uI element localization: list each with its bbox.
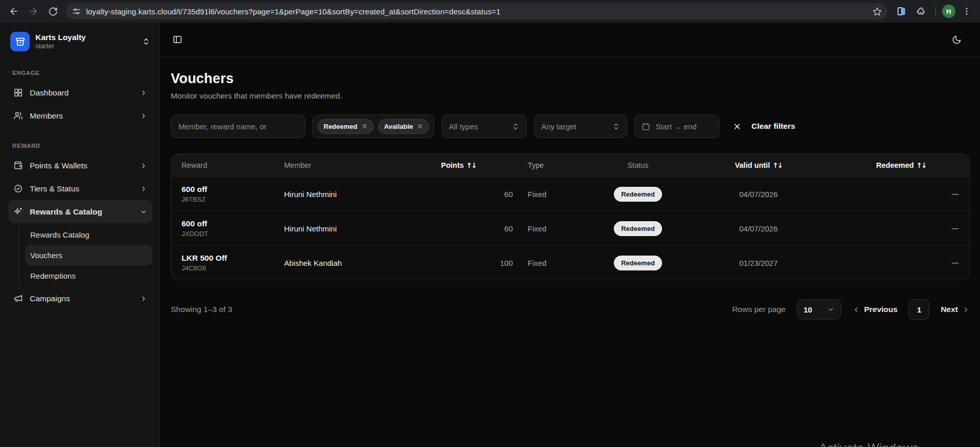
chip-label: Redeemed <box>324 123 357 130</box>
menu-kebab-icon[interactable] <box>958 3 975 20</box>
dark-mode-moon-icon[interactable] <box>952 35 962 45</box>
section-label-engage: ENGAGE <box>12 70 148 76</box>
sidebar-subitem-label: Rewards Catalog <box>30 230 89 239</box>
previous-page-button[interactable]: Previous <box>852 305 897 314</box>
sidebar-item-campaigns[interactable]: Campaigns <box>8 287 152 310</box>
reward-name: LKR 500 Off <box>182 254 276 263</box>
sidebar-item-label: Points & Wallets <box>30 161 87 170</box>
section-label-reward: REWARD <box>12 143 148 149</box>
workspace-switcher[interactable]: Karts Loyalty starter <box>8 29 152 54</box>
header-points[interactable]: Points↑↓ <box>397 161 520 169</box>
voucher-code: J6TBSZ <box>182 196 276 203</box>
valid-until-date: 04/07/2026 <box>684 224 833 233</box>
sidebar-item-members[interactable]: Members <box>8 104 152 127</box>
workspace-plan: starter <box>35 43 86 50</box>
sidebar-subitem-vouchers[interactable]: Vouchers <box>25 245 152 265</box>
chevrons-up-down-icon <box>142 37 150 46</box>
current-page-number[interactable]: 1 <box>909 299 929 320</box>
back-arrow-icon <box>9 6 19 16</box>
rows-per-page-label: Rows per page <box>732 305 786 314</box>
header-redeemed[interactable]: Redeemed↑↓ <box>833 161 969 169</box>
header-type: Type <box>520 161 592 169</box>
type-select[interactable]: All types <box>442 114 527 138</box>
side-panel-icon[interactable] <box>893 3 910 20</box>
clear-filters-label: Clear filters <box>751 122 795 131</box>
reward-type: Fixed <box>520 190 592 199</box>
header-valid-until[interactable]: Valid until↑↓ <box>684 161 833 169</box>
extensions-icon[interactable] <box>913 3 929 20</box>
rows-per-page-select[interactable]: 10 <box>797 299 841 320</box>
target-select-value: Any target <box>541 122 576 131</box>
chip-remove-icon[interactable] <box>417 123 423 129</box>
chevron-right-icon <box>140 295 147 302</box>
points-value: 60 <box>397 190 520 199</box>
member-name: Hiruni Nethmini <box>280 190 397 199</box>
sparkles-icon <box>13 207 23 217</box>
points-value: 60 <box>397 224 520 233</box>
next-page-button[interactable]: Next <box>941 305 970 314</box>
reload-icon <box>48 7 58 16</box>
status-multiselect[interactable]: Redeemed Available <box>312 114 434 138</box>
page-title: Vouchers <box>171 71 970 87</box>
sidebar-item-label: Campaigns <box>30 294 70 303</box>
table-header-row: Reward Member Points↑↓ Type Status Valid… <box>171 154 969 177</box>
header-reward: Reward <box>171 161 280 169</box>
reload-button[interactable] <box>44 3 62 20</box>
filters-bar: Redeemed Available All types Any tar <box>171 114 970 138</box>
chevron-down-icon <box>140 208 147 216</box>
redeemed-date: — <box>833 258 969 267</box>
voucher-code: JXDODT <box>182 230 276 238</box>
member-name: Hiruni Nethmini <box>280 224 397 233</box>
sidebar-item-rewards-catalog-group[interactable]: Rewards & Catalog <box>8 200 152 223</box>
points-value: 100 <box>397 259 520 267</box>
sidebar: Karts Loyalty starter ENGAGE Dashboard M… <box>0 23 160 447</box>
bookmark-star-icon[interactable] <box>870 4 884 18</box>
sidebar-toggle-icon[interactable] <box>172 34 183 45</box>
badge-check-icon <box>13 184 23 193</box>
previous-label: Previous <box>864 305 897 314</box>
page-subtitle: Monitor vouchers that members have redee… <box>171 91 970 101</box>
sidebar-item-points-wallets[interactable]: Points & Wallets <box>8 154 152 177</box>
url-text[interactable]: loyalty-staging.karts.cloud/t/735d91l6/v… <box>86 7 870 16</box>
rows-per-page-value: 10 <box>804 305 812 314</box>
vouchers-table: Reward Member Points↑↓ Type Status Valid… <box>171 153 970 280</box>
rewards-catalog-submenu: Rewards Catalog Vouchers Redemptions <box>19 224 152 286</box>
target-select[interactable]: Any target <box>534 114 627 138</box>
sidebar-subitem-rewards-catalog[interactable]: Rewards Catalog <box>25 224 152 245</box>
table-footer: Showing 1–3 of 3 Rows per page 10 Previo… <box>171 299 970 320</box>
dashboard-grid-icon <box>13 88 23 98</box>
workspace-logo-icon <box>10 32 30 51</box>
forward-button[interactable] <box>25 3 42 20</box>
back-button[interactable] <box>5 3 23 20</box>
chip-label: Available <box>384 123 413 130</box>
profile-avatar[interactable]: H <box>942 5 955 18</box>
search-input[interactable] <box>171 114 305 138</box>
reward-name: 600 off <box>182 185 276 194</box>
close-icon <box>733 122 742 131</box>
chip-remove-icon[interactable] <box>362 123 368 129</box>
table-row[interactable]: LKR 500 Off J4C8O8 Abishek Kandiah 100 F… <box>171 245 969 280</box>
reward-type: Fixed <box>520 224 592 233</box>
table-row[interactable]: 600 off J6TBSZ Hiruni Nethmini 60 Fixed … <box>171 177 969 211</box>
redeemed-date: — <box>833 224 969 233</box>
sidebar-item-label: Dashboard <box>30 88 69 98</box>
site-settings-icon[interactable] <box>72 7 81 16</box>
sidebar-item-dashboard[interactable]: Dashboard <box>8 81 152 104</box>
table-row[interactable]: 600 off JXDODT Hiruni Nethmini 60 Fixed … <box>171 211 969 245</box>
status-chip-available[interactable]: Available <box>378 119 430 134</box>
megaphone-icon <box>13 294 23 303</box>
url-bar[interactable]: loyalty-staging.karts.cloud/t/735d91l6/v… <box>66 3 887 20</box>
sidebar-item-label: Rewards & Catalog <box>30 207 102 217</box>
next-label: Next <box>941 305 958 314</box>
sidebar-subitem-redemptions[interactable]: Redemptions <box>25 265 152 286</box>
clear-filters-button[interactable]: Clear filters <box>733 122 795 131</box>
status-badge: Redeemed <box>614 256 662 270</box>
activate-windows-watermark: Activate Windows <box>819 441 918 447</box>
sidebar-item-tiers-status[interactable]: Tiers & Status <box>8 177 152 200</box>
members-users-icon <box>13 111 23 121</box>
status-chip-redeemed[interactable]: Redeemed <box>317 119 374 134</box>
date-range-picker[interactable]: Start → end <box>634 114 719 138</box>
toolbar-divider <box>935 7 936 16</box>
sidebar-item-label: Tiers & Status <box>30 184 79 193</box>
status-badge: Redeemed <box>614 221 662 236</box>
